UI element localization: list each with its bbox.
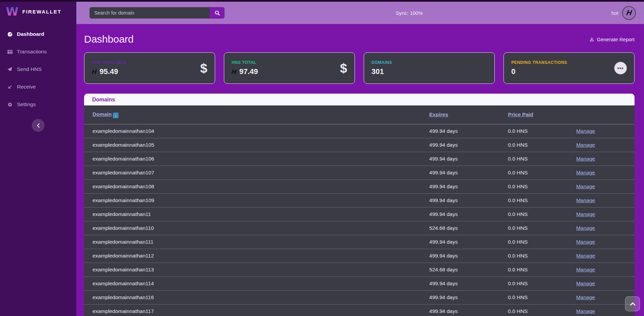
stat-card-domains: DOMAINS 301 <box>364 52 495 84</box>
generate-report-button[interactable]: Generate Report <box>589 37 635 42</box>
table-row: exampledomainnathan11 499.94 days 0.0 HN… <box>84 207 635 221</box>
price-cell: 0.0 HNS <box>508 193 576 207</box>
manage-link[interactable]: Manage <box>576 128 595 134</box>
stat-label: PENDING TRANSACTIONS <box>511 60 567 65</box>
stat-card-hns-available: HNS AVAILABLE H 95.49 $ <box>84 52 215 84</box>
sidebar-item-settings[interactable]: Settings <box>0 96 76 113</box>
stat-value: H 97.49 <box>232 67 258 76</box>
firewallet-logo: W <box>6 4 19 19</box>
expires-cell: 499.94 days <box>429 304 508 316</box>
domain-cell: exampledomainnathan112 <box>84 249 429 263</box>
table-row: exampledomainnathan117 499.94 days 0.0 H… <box>84 304 635 316</box>
domains-table: Domain↓ Expires Price Paid exampledomain… <box>84 105 635 316</box>
domain-cell: exampledomainnathan117 <box>84 304 429 316</box>
expires-cell: 499.94 days <box>429 207 508 221</box>
domain-cell: exampledomainnathan109 <box>84 193 429 207</box>
manage-link[interactable]: Manage <box>576 156 595 162</box>
manage-link[interactable]: Manage <box>576 267 595 272</box>
domain-cell: exampledomainnathan105 <box>84 138 429 152</box>
stat-card-hns-total: HNS TOTAL H 97.49 $ <box>224 52 355 84</box>
manage-link[interactable]: Manage <box>576 239 595 245</box>
column-header-actions <box>576 105 635 124</box>
expires-cell: 499.94 days <box>429 193 508 207</box>
svg-text:W: W <box>6 5 19 18</box>
topbar: Sync: 100% hot H <box>76 2 644 24</box>
domains-panel-title: Domains <box>84 94 635 105</box>
expires-cell: 499.94 days <box>429 152 508 166</box>
sidebar-item-dashboard[interactable]: Dashboard <box>0 25 76 43</box>
manage-link[interactable]: Manage <box>576 142 595 148</box>
ellipsis-icon[interactable]: ••• <box>614 62 627 74</box>
table-row: exampledomainnathan110 524.68 days 0.0 H… <box>84 221 635 235</box>
domain-cell: exampledomainnathan106 <box>84 152 429 166</box>
column-header-price-paid[interactable]: Price Paid <box>508 105 576 124</box>
page-title: Dashboard <box>84 33 134 45</box>
price-cell: 0.0 HNS <box>508 235 576 249</box>
manage-link[interactable]: Manage <box>576 197 595 203</box>
table-row: exampledomainnathan105 499.94 days 0.0 H… <box>84 138 635 152</box>
search-button[interactable] <box>210 7 225 19</box>
expires-cell: 524.68 days <box>429 263 508 276</box>
domain-cell: exampledomainnathan108 <box>84 179 429 193</box>
scroll-to-top-button[interactable] <box>625 296 640 311</box>
stat-label: HNS AVAILABLE <box>92 60 127 65</box>
stat-value: H 95.49 <box>92 67 127 76</box>
manage-link[interactable]: Manage <box>576 184 595 189</box>
sidebar-item-send-hns[interactable]: Send HNS <box>0 60 76 78</box>
domain-cell: exampledomainnathan116 <box>84 290 429 304</box>
price-cell: 0.0 HNS <box>508 290 576 304</box>
sync-status: Sync: 100% <box>396 2 423 24</box>
table-row: exampledomainnathan106 499.94 days 0.0 H… <box>84 152 635 166</box>
domain-cell: exampledomainnathan107 <box>84 166 429 179</box>
manage-link[interactable]: Manage <box>576 253 595 259</box>
download-icon <box>589 37 594 42</box>
wallet-user: hot H <box>611 6 636 20</box>
page-head: Dashboard Generate Report <box>84 33 635 45</box>
app-root: W FIREWALLET Dashboard Transactions <box>0 0 644 316</box>
gear-icon <box>7 102 13 107</box>
domain-search <box>89 7 225 19</box>
stat-card-pending-transactions: PENDING TRANSACTIONS 0 ••• <box>504 52 635 84</box>
hns-logo-icon: H <box>231 69 237 75</box>
expires-cell: 499.94 days <box>429 249 508 263</box>
generate-report-label: Generate Report <box>597 37 635 42</box>
domain-cell: exampledomainnathan104 <box>84 124 429 138</box>
manage-link[interactable]: Manage <box>576 281 595 286</box>
expires-cell: 524.68 days <box>429 221 508 235</box>
table-row: exampledomainnathan109 499.94 days 0.0 H… <box>84 193 635 207</box>
manage-link[interactable]: Manage <box>576 294 595 300</box>
price-cell: 0.0 HNS <box>508 276 576 290</box>
dollar-icon: $ <box>340 62 347 75</box>
price-cell: 0.0 HNS <box>508 166 576 179</box>
table-row: exampledomainnathan107 499.94 days 0.0 H… <box>84 166 635 179</box>
manage-link[interactable]: Manage <box>576 308 595 314</box>
sidebar-item-receive[interactable]: Receive <box>0 78 76 96</box>
dashboard-content: Dashboard Generate Report HNS AVAILABLE … <box>76 24 644 316</box>
manage-link[interactable]: Manage <box>576 225 595 231</box>
table-row: exampledomainnathan113 524.68 days 0.0 H… <box>84 263 635 276</box>
expires-cell: 499.94 days <box>429 124 508 138</box>
hns-logo-icon[interactable]: H <box>622 6 636 20</box>
manage-link[interactable]: Manage <box>576 211 595 217</box>
column-header-expires[interactable]: Expires <box>429 105 508 124</box>
search-input[interactable] <box>89 7 210 19</box>
table-row: exampledomainnathan111 499.94 days 0.0 H… <box>84 235 635 249</box>
price-cell: 0.0 HNS <box>508 152 576 166</box>
column-header-domain[interactable]: Domain↓ <box>84 105 429 124</box>
stat-label: DOMAINS <box>371 60 392 65</box>
sidebar-collapse-button[interactable] <box>32 119 45 132</box>
dollar-icon: $ <box>200 62 207 75</box>
brand-name: FIREWALLET <box>22 9 61 15</box>
brand[interactable]: W FIREWALLET <box>0 2 76 21</box>
sidebar-item-transactions[interactable]: Transactions <box>0 43 76 60</box>
main-column: Sync: 100% hot H Dashboard Generate Repo… <box>76 0 644 316</box>
expires-cell: 499.94 days <box>429 235 508 249</box>
manage-link[interactable]: Manage <box>576 170 595 175</box>
price-cell: 0.0 HNS <box>508 207 576 221</box>
sidebar-nav: Dashboard Transactions Send HNS Receive <box>0 25 76 113</box>
chevron-up-icon <box>630 302 635 306</box>
domain-cell: exampledomainnathan114 <box>84 276 429 290</box>
domain-cell: exampledomainnathan11 <box>84 207 429 221</box>
sidebar-item-label: Send HNS <box>17 66 42 72</box>
table-row: exampledomainnathan114 499.94 days 0.0 H… <box>84 276 635 290</box>
